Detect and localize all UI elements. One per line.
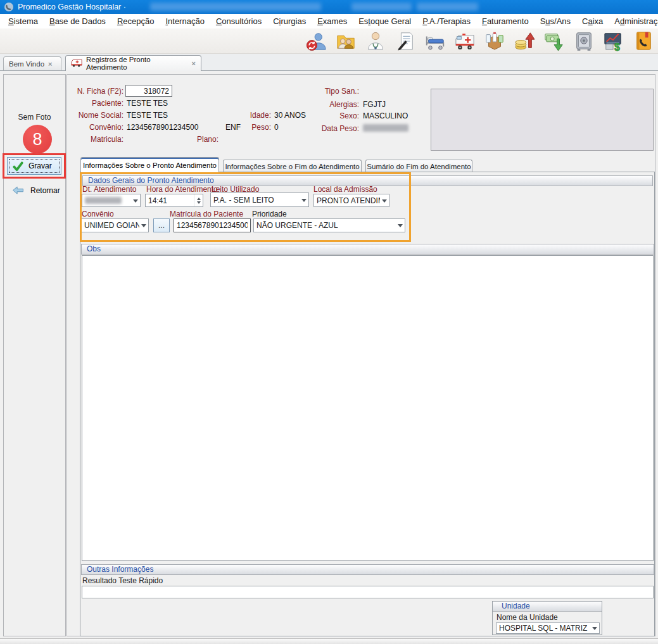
sexo-value: MASCULINO xyxy=(363,111,408,120)
nome-unidade-combobox[interactable]: HOSPITAL SQL - MATRIZ xyxy=(496,622,600,634)
convenio-lookup-button[interactable]: ... xyxy=(153,218,170,232)
application-window: Promedico Gestão Hospitalar · Sistema Ba… xyxy=(0,0,658,644)
inner-tab1-label: Informações Sobre o Pronto Atendimento xyxy=(83,161,217,169)
sexo-label: Sexo: xyxy=(304,111,359,120)
billing-increase-button[interactable] xyxy=(514,30,535,52)
svg-text:$: $ xyxy=(614,42,620,51)
pharmacy-stock-button[interactable] xyxy=(484,30,505,52)
chevron-down-icon[interactable] xyxy=(131,194,140,206)
menu-item-recepcao[interactable]: Recepção xyxy=(111,14,160,28)
annotation-step-badge: 8 xyxy=(23,125,52,154)
dt-atendimento-combobox[interactable] xyxy=(82,194,141,207)
menu-item-consultorios[interactable]: Consultórios xyxy=(210,14,267,28)
redacted-title-text xyxy=(150,3,321,11)
menu-item-administracao[interactable]: Administração xyxy=(609,14,658,28)
chevron-down-icon[interactable] xyxy=(380,194,389,206)
leito-utilizado-combobox[interactable]: P.A. - SEM LEITO xyxy=(210,193,309,207)
redacted-title-text xyxy=(417,3,478,11)
ficha-input[interactable] xyxy=(125,85,172,97)
menu-item-sus-ans[interactable]: Sus/Ans xyxy=(535,14,576,28)
app-logo-icon xyxy=(4,2,14,12)
menu-item-pa-terapias[interactable]: P.A./Terapias xyxy=(417,14,476,28)
matricula-header-label: Matricula: xyxy=(51,135,123,144)
tab-informacoes-pronto-atendimento[interactable]: Informações Sobre o Pronto Atendimento xyxy=(80,157,219,172)
spinner-up-down-icon[interactable] xyxy=(194,194,203,206)
local-admissao-label: Local da Admissão xyxy=(313,185,377,194)
clinical-document-icon xyxy=(395,31,415,51)
financial-chart-button[interactable]: $ xyxy=(603,30,624,52)
status-bar xyxy=(0,638,658,644)
resultado-teste-rapido-input[interactable] xyxy=(82,586,654,598)
title-bar: Promedico Gestão Hospitalar · xyxy=(0,0,658,14)
ambulance-button[interactable] xyxy=(454,30,476,52)
patient-notes-box xyxy=(431,89,654,151)
tab-sumario-fim-atendimento[interactable]: Sumário do Fim do Atendimento xyxy=(365,160,472,172)
return-button-label: Retornar xyxy=(30,186,60,195)
payment-received-icon xyxy=(544,31,564,51)
menu-item-estoque-geral[interactable]: Estoque Geral xyxy=(353,14,417,28)
safe-vault-button[interactable] xyxy=(573,30,595,52)
tab-informacoes-fim-atendimento[interactable]: Informações Sobre o Fim do Atendimento xyxy=(223,160,362,172)
tab-bem-vindo[interactable]: Bem Vindo × xyxy=(3,56,61,70)
outras-informacoes-group-header: Outras Informações xyxy=(81,564,654,575)
convenio-combobox[interactable]: UNIMED GOIANIA xyxy=(81,218,149,232)
menu-item-internacao[interactable]: Internação xyxy=(160,14,210,28)
clinical-document-button[interactable] xyxy=(395,30,416,52)
pharmacy-stock-icon xyxy=(484,31,505,51)
patient-records-icon xyxy=(336,31,356,51)
redacted-title-text xyxy=(351,3,412,11)
convenio-form-label: Convênio xyxy=(82,210,114,218)
chevron-down-icon[interactable] xyxy=(300,193,308,206)
peso-value: 0 xyxy=(274,123,279,132)
menu-item-caixa[interactable]: Caixa xyxy=(576,14,609,28)
resultado-teste-rapido-label: Resultado Teste Rápido xyxy=(82,576,163,585)
prioridade-value: NÃO URGENTE - AZUL xyxy=(256,221,396,230)
billing-increase-icon xyxy=(514,31,535,51)
redacted-dt-value xyxy=(85,197,122,204)
leito-value: P.A. - SEM LEITO xyxy=(213,196,300,205)
plano-label: Plano: xyxy=(190,135,218,144)
alergias-value: FGJTJ xyxy=(363,100,386,109)
unidade-panel: Unidade Nome da Unidade HOSPITAL SQL - M… xyxy=(492,601,602,635)
matricula-paciente-input[interactable] xyxy=(174,218,251,232)
matricula-paciente-label: Matrícula do Paciente xyxy=(170,210,243,218)
local-admissao-combobox[interactable]: PRONTO ATENDIMENTO xyxy=(313,194,389,207)
peso-label: Peso: xyxy=(241,123,271,132)
tab-bem-vindo-label: Bem Vindo xyxy=(9,60,44,68)
unidade-header: Unidade xyxy=(493,602,602,612)
menu-bar: Sistema Base de Dados Recepção Internaçã… xyxy=(0,14,658,28)
close-icon[interactable]: × xyxy=(192,60,196,67)
idade-label: Idade: xyxy=(241,111,271,120)
paciente-value: TESTE TES xyxy=(127,99,168,108)
doctor-button[interactable] xyxy=(365,30,386,52)
save-button[interactable]: Gravar xyxy=(7,157,61,175)
hospital-bed-button[interactable] xyxy=(424,30,446,52)
prioridade-combobox[interactable]: NÃO URGENTE - AZUL xyxy=(253,218,405,232)
phone-directory-button[interactable] xyxy=(633,30,654,52)
arrow-left-icon xyxy=(12,186,24,194)
menu-item-cirurgias[interactable]: Cirurgias xyxy=(267,14,312,28)
menu-item-sistema[interactable]: Sistema xyxy=(3,14,44,28)
close-icon[interactable]: × xyxy=(48,60,52,68)
menu-item-faturamento[interactable]: Faturamento xyxy=(476,14,535,28)
enf-value: ENF xyxy=(225,123,241,132)
menu-item-exames[interactable]: Exames xyxy=(312,14,353,28)
return-button[interactable]: Retornar xyxy=(7,182,61,198)
chevron-down-icon[interactable] xyxy=(396,219,405,232)
obs-textarea[interactable] xyxy=(82,255,654,561)
toolbar: $ xyxy=(0,28,658,54)
chevron-down-icon[interactable] xyxy=(139,219,148,232)
hora-atendimento-spinner[interactable]: 14:41 xyxy=(145,194,203,207)
chevron-down-icon[interactable] xyxy=(590,623,599,633)
menu-item-base-de-dados[interactable]: Base de Dados xyxy=(44,14,111,28)
payment-received-button[interactable] xyxy=(543,30,565,52)
sync-user-button[interactable] xyxy=(305,30,327,52)
local-value: PRONTO ATENDIMENTO xyxy=(317,196,380,205)
phone-directory-icon xyxy=(633,31,654,51)
inner-tab2-label: Informações Sobre o Fim do Atendimento xyxy=(225,163,359,170)
ambulance-icon xyxy=(455,31,475,51)
patient-records-button[interactable] xyxy=(335,30,357,52)
tab-registros-label: Registros de Pronto Atendimento xyxy=(86,56,188,71)
hora-value: 14:41 xyxy=(148,196,194,205)
tab-registros-pronto-atendimento[interactable]: Registros de Pronto Atendimento × xyxy=(65,55,201,71)
